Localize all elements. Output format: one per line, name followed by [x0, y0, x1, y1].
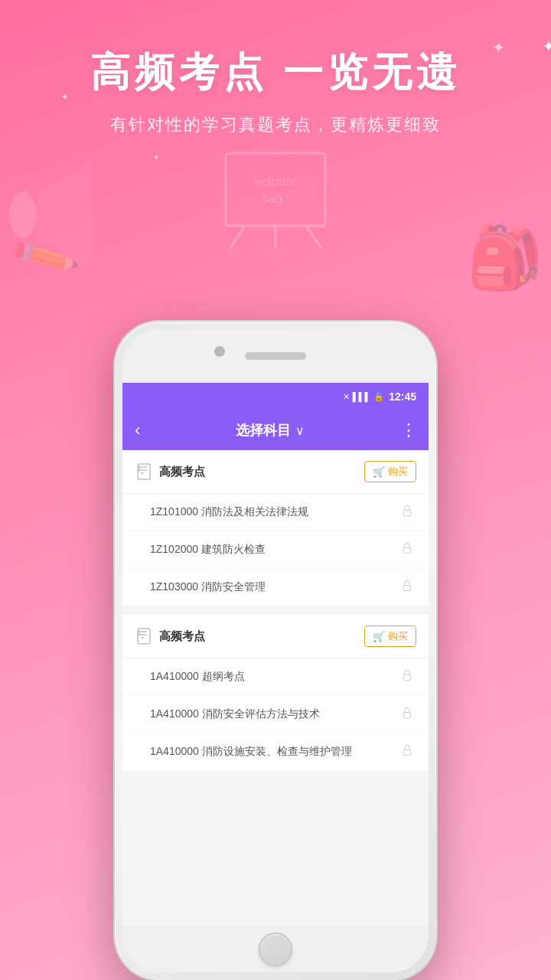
nav-title-area[interactable]: 选择科目 ∨ — [236, 421, 305, 439]
section-2: 高频考点 🛒 购买 1A410000 超纲考点 — [122, 615, 429, 770]
back-button[interactable]: ‹ — [135, 420, 140, 440]
item-text: 1A410000 消防设施安装、检查与维护管理 — [150, 745, 352, 759]
buy-label-2: 购买 — [388, 629, 408, 643]
nav-title: 选择科目 — [236, 421, 291, 439]
svg-line-1 — [230, 226, 245, 249]
more-options-button[interactable]: ⋮ — [400, 420, 416, 440]
section-2-header: 高频考点 🛒 购买 — [122, 615, 429, 658]
lock-icon — [401, 580, 413, 595]
list-item[interactable]: 1Z102000 建筑防火检查 — [122, 531, 429, 569]
svg-text:welcome: welcome — [253, 175, 298, 188]
phone-bottom-bezel — [122, 926, 429, 972]
list-item[interactable]: 1A410000 消防设施安装、检查与维护管理 — [122, 733, 429, 770]
item-text: 1A410000 超纲考点 — [150, 670, 245, 684]
item-text: 1Z102000 建筑防火检查 — [150, 543, 266, 557]
svg-text:back!: back! — [262, 192, 289, 205]
svg-point-21 — [139, 631, 140, 632]
svg-line-2 — [306, 226, 321, 249]
svg-point-6 — [9, 191, 37, 237]
background-section: 高频考点 一览无遗 有针对性的学习真题考点，更精炼更细致 ✦ ✦ ✦ welco… — [0, 0, 551, 368]
signal-icon: ✕ — [343, 392, 350, 402]
status-bar: ✕ ▌▌▌ 🔒 12:45 — [122, 383, 429, 410]
svg-point-12 — [139, 466, 140, 468]
content-area: 高频考点 🛒 购买 1Z101000 消防法及相关法律法规 — [122, 450, 429, 926]
svg-rect-0 — [226, 153, 325, 226]
svg-point-22 — [139, 634, 140, 635]
phone-speaker — [245, 352, 306, 360]
section-2-buy-button[interactable]: 🛒 购买 — [364, 626, 416, 647]
sparkle-2: ✦ — [61, 92, 69, 103]
lock-icon — [401, 669, 413, 684]
svg-rect-16 — [403, 585, 410, 590]
section-1-title: 高频考点 — [159, 465, 205, 479]
phone-top-bezel — [122, 329, 429, 383]
phone-inner-shell: ✕ ▌▌▌ 🔒 12:45 ‹ 选择科目 ∨ ⋮ — [122, 329, 429, 972]
item-text: 1Z103000 消防安全管理 — [150, 580, 266, 594]
svg-rect-25 — [403, 750, 410, 755]
section-1: 高频考点 🛒 购买 1Z101000 消防法及相关法律法规 — [122, 450, 429, 606]
cart-icon-2: 🛒 — [373, 631, 385, 642]
phone-screen: ✕ ▌▌▌ 🔒 12:45 ‹ 选择科目 ∨ ⋮ — [122, 383, 429, 926]
list-item[interactable]: 1A410000 超纲考点 — [122, 658, 429, 696]
phone-device: ✕ ▌▌▌ 🔒 12:45 ‹ 选择科目 ∨ ⋮ — [115, 322, 436, 980]
status-time: 12:45 — [389, 390, 416, 403]
notebook-icon — [135, 462, 153, 481]
buy-label-1: 购买 — [388, 465, 408, 479]
notebook-icon-2 — [135, 627, 153, 645]
section-2-title-area: 高频考点 — [135, 627, 205, 645]
headline-sub: 有针对性的学习真题考点，更精炼更细致 — [0, 113, 551, 136]
section-1-header: 高频考点 🛒 购买 — [122, 450, 429, 494]
svg-rect-14 — [403, 510, 410, 515]
bag-decoration: 🎒 — [467, 222, 543, 294]
section-1-buy-button[interactable]: 🛒 购买 — [364, 461, 416, 482]
sparkle-1: ✦ — [492, 38, 505, 57]
svg-point-13 — [139, 469, 140, 471]
lock-icon — [401, 505, 413, 520]
item-text: 1Z101000 消防法及相关法律法规 — [150, 505, 308, 519]
list-item[interactable]: 1Z101000 消防法及相关法律法规 — [122, 494, 429, 531]
home-button[interactable] — [259, 933, 292, 966]
whiteboard-illustration: welcome back! — [214, 145, 337, 256]
headline-main: 高频考点 一览无遗 — [0, 46, 551, 100]
cart-icon: 🛒 — [373, 466, 385, 478]
chevron-down-icon: ∨ — [295, 423, 305, 438]
section-2-title: 高频考点 — [159, 629, 205, 644]
svg-rect-24 — [403, 712, 410, 717]
sparkle-3: ✦ — [153, 153, 159, 162]
svg-rect-15 — [403, 547, 410, 553]
item-text: 1A410000 消防安全评估方法与技术 — [150, 707, 320, 721]
front-camera — [214, 346, 225, 357]
list-item[interactable]: 1A410000 消防安全评估方法与技术 — [122, 696, 429, 733]
svg-rect-23 — [403, 675, 410, 680]
phone-outer-shell: ✕ ▌▌▌ 🔒 12:45 ‹ 选择科目 ∨ ⋮ — [115, 322, 436, 980]
lock-icon — [401, 744, 413, 760]
list-item[interactable]: 1Z103000 消防安全管理 — [122, 569, 429, 606]
lock-icon: 🔒 — [373, 392, 384, 402]
status-icons: ✕ ▌▌▌ 🔒 — [343, 392, 384, 402]
section-1-title-area: 高频考点 — [135, 462, 205, 481]
navigation-bar: ‹ 选择科目 ∨ ⋮ — [122, 410, 429, 450]
lock-icon — [401, 707, 413, 722]
network-icon: ▌▌▌ — [353, 392, 370, 401]
lock-icon — [401, 542, 413, 557]
